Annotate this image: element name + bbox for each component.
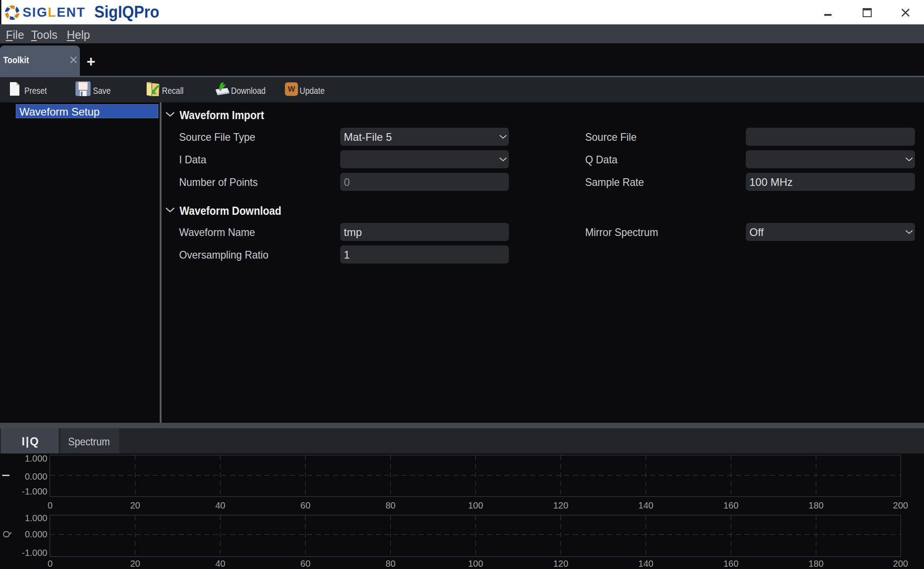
svg-text:20: 20 <box>130 500 140 510</box>
svg-text:1.000: 1.000 <box>25 453 47 463</box>
svg-text:180: 180 <box>808 559 823 569</box>
svg-text:60: 60 <box>300 500 310 510</box>
svg-text:-1.000: -1.000 <box>22 486 47 496</box>
svg-text:80: 80 <box>385 500 395 510</box>
svg-text:180: 180 <box>808 500 823 510</box>
svg-text:60: 60 <box>300 559 310 569</box>
svg-text:0.000: 0.000 <box>25 529 47 539</box>
svg-text:40: 40 <box>215 559 225 569</box>
svg-text:1.000: 1.000 <box>25 514 47 523</box>
svg-text:20: 20 <box>130 559 140 569</box>
svg-text:0: 0 <box>47 559 52 569</box>
svg-text:Q: Q <box>1 531 11 538</box>
svg-text:120: 120 <box>553 500 568 510</box>
svg-text:100: 100 <box>468 559 483 569</box>
svg-text:100: 100 <box>468 500 483 510</box>
svg-text:80: 80 <box>385 559 395 569</box>
svg-text:200: 200 <box>893 559 908 569</box>
svg-text:140: 140 <box>638 500 653 510</box>
svg-text:-1.000: -1.000 <box>22 548 47 558</box>
svg-text:200: 200 <box>893 500 908 510</box>
svg-text:0: 0 <box>47 500 52 510</box>
svg-text:W: W <box>288 85 296 93</box>
svg-text:0.000: 0.000 <box>25 472 47 481</box>
svg-text:140: 140 <box>638 559 653 569</box>
svg-text:160: 160 <box>724 500 739 510</box>
svg-text:40: 40 <box>215 500 225 510</box>
svg-text:160: 160 <box>724 559 739 569</box>
svg-text:120: 120 <box>553 559 568 569</box>
